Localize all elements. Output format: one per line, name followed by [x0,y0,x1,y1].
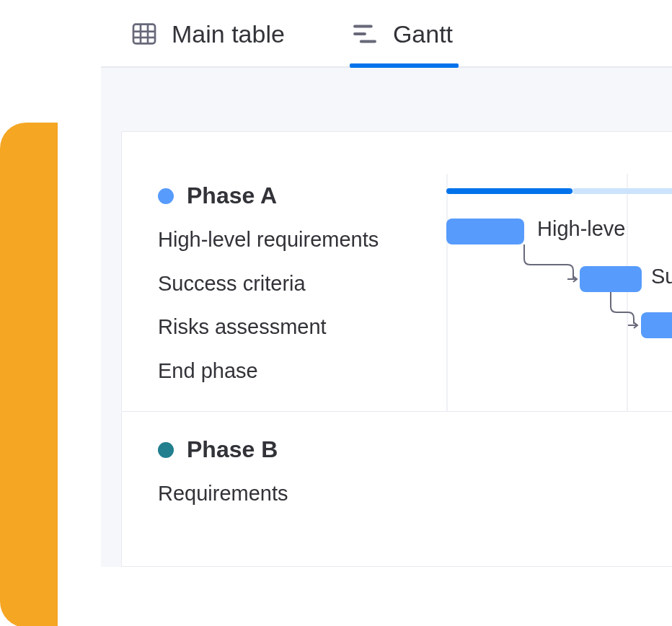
accent-side-strip [0,123,58,626]
phase-card-b: Phase B Requirements [121,412,672,567]
tab-main-table-label: Main table [172,20,285,48]
tab-main-table[interactable]: Main table [130,19,285,53]
phase-b-task-list: Requirements [158,479,672,508]
gantt-icon [350,19,380,49]
table-icon [130,19,159,48]
main-panel: Main table Gantt Phase A [101,0,672,626]
phase-b-title: Phase B [187,436,278,463]
tab-gantt[interactable]: Gantt [350,19,453,53]
gantt-board: Phase A High-level requirements Success … [101,131,672,567]
tab-gantt-label: Gantt [393,20,453,48]
phase-a-dot-icon [158,188,174,204]
task-row[interactable]: Requirements [158,479,672,508]
phase-header-b[interactable]: Phase B [158,436,672,463]
gantt-chart-area: High-leve Suc [446,174,672,411]
svg-rect-0 [133,25,155,44]
arrow-right-icon [628,321,640,330]
toolbar-spacer [101,68,672,131]
dependency-connector-icon [446,174,672,390]
view-tabs: Main table Gantt [101,0,672,68]
phase-a-title: Phase A [187,182,277,209]
gantt-bar[interactable] [641,312,672,338]
phase-card-a: Phase A High-level requirements Success … [121,131,672,412]
phase-b-dot-icon [158,442,174,458]
